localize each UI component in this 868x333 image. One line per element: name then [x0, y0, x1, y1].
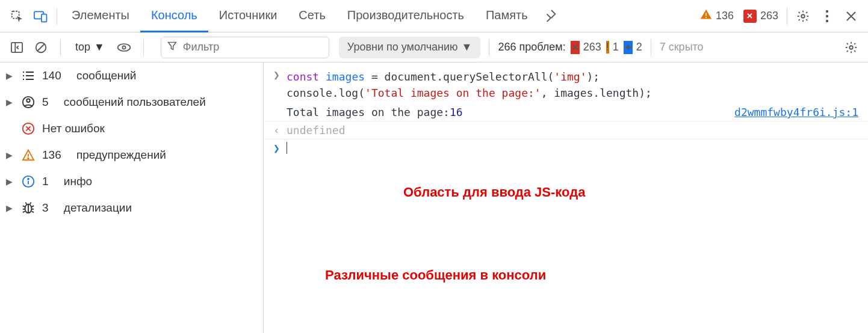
error-icon: ✕: [571, 41, 580, 54]
output-number: 16: [450, 106, 463, 118]
expand-icon: ▶: [6, 97, 14, 107]
svg-point-13: [118, 44, 131, 51]
console-return-row: ‹ undefined: [264, 121, 868, 139]
problems-summary[interactable]: 266 проблем: ✕263 !1 ✦2: [498, 41, 642, 54]
label: инфо: [64, 175, 92, 188]
svg-rect-2: [42, 14, 47, 22]
tab-network[interactable]: Сеть: [288, 0, 336, 32]
separator: [57, 8, 57, 25]
tab-console[interactable]: Консоль: [140, 0, 208, 32]
tab-performance[interactable]: Производительность: [336, 0, 475, 32]
console-prompt-row[interactable]: ❯: [264, 139, 868, 157]
console-sidebar: ▶ 140 сообщений ▶ 5 сообщений пользовате…: [0, 63, 264, 333]
kebab-menu-icon[interactable]: [815, 0, 839, 32]
chevron-down-icon: ▼: [462, 41, 473, 53]
console-log-area: ❯ const images = document.querySelectorA…: [264, 63, 868, 333]
warnings-badge[interactable]: 136: [700, 8, 734, 23]
sidebar-item-errors[interactable]: ▶ Нет ошибок: [0, 115, 263, 142]
sidebar-item-warnings[interactable]: ▶ 136 предупреждений: [0, 142, 263, 168]
close-icon[interactable]: [839, 0, 863, 32]
svg-point-26: [28, 158, 29, 159]
svg-rect-4: [705, 17, 707, 18]
source-link[interactable]: d2wmmfwby4fr6i.js:1: [734, 106, 858, 118]
output-text: Total images on the page:: [287, 106, 450, 118]
inspect-icon[interactable]: [5, 0, 29, 32]
svg-point-8: [826, 19, 828, 22]
svg-point-29: [28, 179, 29, 180]
settings-icon[interactable]: [791, 0, 815, 32]
context-selector[interactable]: top ▼: [69, 38, 111, 56]
t: , images.length);: [541, 87, 652, 99]
tab-label: Производительность: [347, 8, 464, 22]
input-chevron-icon: ❯: [273, 69, 287, 81]
list-icon: [20, 70, 36, 82]
devtools-tabbar: Элементы Консоль Источники Сеть Производ…: [0, 0, 868, 32]
tab-memory[interactable]: Память: [475, 0, 539, 32]
more-tabs-icon[interactable]: [539, 0, 563, 32]
problems-info: ✦2: [624, 41, 642, 54]
count: 3: [42, 201, 49, 215]
filter-icon: [167, 41, 177, 53]
separator: [143, 39, 144, 56]
expand-icon: ▶: [6, 203, 14, 213]
separator: [651, 39, 651, 56]
t: = document.querySelectorAll(: [365, 70, 554, 83]
info-circle-icon: [20, 175, 36, 188]
clear-console-icon[interactable]: [30, 37, 52, 58]
prompt-chevron-icon: ❯: [273, 142, 287, 154]
expand-icon: ▶: [6, 177, 14, 186]
error-icon: ✕: [743, 10, 757, 23]
count: 263: [583, 41, 601, 53]
separator: [787, 8, 787, 25]
filter-box[interactable]: [161, 37, 329, 58]
label: детализации: [64, 201, 132, 215]
sidebar-item-verbose[interactable]: ▶ 3 детализации: [0, 195, 263, 221]
problems-errors: ✕263: [571, 41, 601, 54]
sidebar-toggle-icon[interactable]: [6, 37, 28, 58]
log-levels-selector[interactable]: Уровни по умолчанию ▼: [339, 37, 481, 58]
main-area: ▶ 140 сообщений ▶ 5 сообщений пользовате…: [0, 63, 868, 333]
warning-icon: !: [606, 41, 609, 53]
live-expression-icon[interactable]: [113, 37, 135, 58]
errors-count: 263: [760, 10, 778, 22]
sidebar-item-messages[interactable]: ▶ 140 сообщений: [0, 63, 263, 89]
svg-point-7: [826, 14, 828, 17]
tab-label: Элементы: [72, 8, 129, 22]
error-circle-icon: [20, 122, 36, 135]
separator: [489, 39, 489, 56]
t: console.log(: [287, 87, 365, 99]
label: сообщений: [76, 69, 136, 82]
warning-triangle-icon: [20, 148, 36, 162]
count: 2: [636, 41, 642, 53]
expand-icon: ▶: [6, 71, 14, 81]
tab-elements[interactable]: Элементы: [61, 0, 140, 32]
count: 5: [42, 96, 49, 109]
separator: [60, 39, 61, 56]
count: 136: [42, 148, 61, 162]
svg-point-5: [801, 14, 805, 18]
sidebar-item-user[interactable]: ▶ 5 сообщений пользователей: [0, 89, 263, 115]
bug-icon: [20, 201, 36, 215]
undefined-label: undefined: [287, 124, 346, 136]
tab-label: Консоль: [151, 8, 197, 22]
tabs: Элементы Консоль Источники Сеть Производ…: [61, 0, 539, 32]
filter-input[interactable]: [183, 41, 323, 53]
tab-sources[interactable]: Источники: [208, 0, 288, 32]
svg-point-23: [26, 99, 30, 103]
problems-label: 266 проблем:: [498, 41, 565, 53]
errors-badge[interactable]: ✕ 263: [743, 10, 778, 23]
console-settings-icon[interactable]: [840, 37, 862, 58]
tab-label: Память: [486, 8, 528, 22]
label: сообщений пользователей: [64, 96, 206, 109]
hidden-count[interactable]: 7 скрыто: [660, 41, 704, 53]
device-toggle-icon[interactable]: [29, 0, 53, 32]
var: images: [326, 70, 365, 83]
svg-point-6: [826, 10, 828, 12]
sidebar-item-info[interactable]: ▶ 1 инфо: [0, 168, 263, 195]
tab-label: Сеть: [299, 8, 325, 22]
kw: const: [287, 70, 319, 83]
warnings-count: 136: [716, 10, 734, 22]
t: );: [587, 70, 600, 83]
count: 140: [42, 69, 61, 82]
label: Нет ошибок: [42, 122, 105, 135]
